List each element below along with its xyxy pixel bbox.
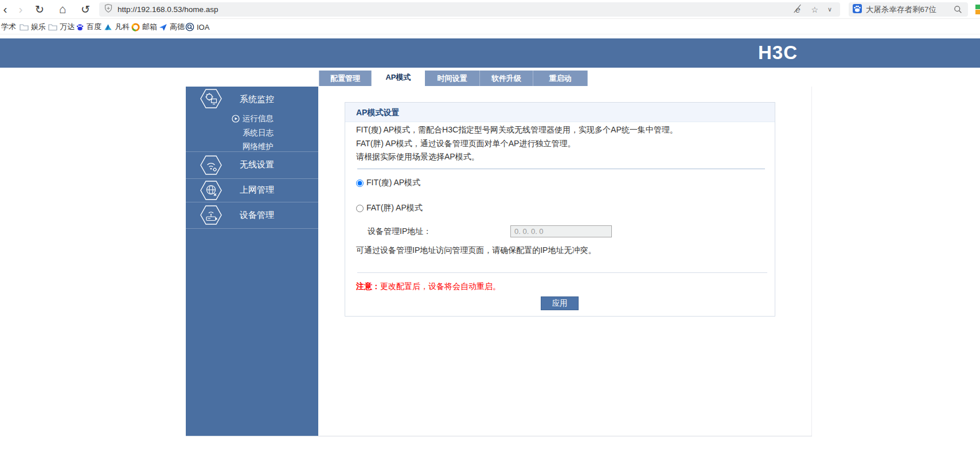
home-icon: ⌂ [59, 2, 67, 16]
sidebar-subitem-label: 运行信息 [243, 114, 274, 124]
mail-icon [131, 23, 140, 32]
bookmark-label: 娱乐 [31, 22, 46, 32]
bookmarks-bar: 学术 娱乐 万达 百度 凡科 邮箱 高德 IOA [0, 19, 980, 34]
sidebar-item-label: 无线设置 [240, 159, 274, 170]
bookmark-star-icon[interactable]: ☆ [811, 5, 818, 14]
fat-mode-option[interactable]: FAT(胖) AP模式 [356, 202, 423, 214]
site-info-shield-icon[interactable] [104, 3, 113, 15]
fit-mode-radio[interactable] [356, 179, 364, 187]
fat-mode-label: FAT(胖) AP模式 [366, 203, 423, 213]
baidu-paw-icon [76, 23, 84, 32]
sidebar-item-system-monitor[interactable]: 系统监控 [186, 87, 318, 112]
bookmark-xueshu[interactable]: 学术 [1, 19, 16, 34]
sidebar-item-label: 设备管理 [240, 210, 274, 221]
url-text[interactable]: http://192.168.0.53/home.asp [118, 5, 218, 14]
browser-toolbar: ‹ › ↻ ⌂ ↺ ☆ http://192.168.0.53/home.asp… [0, 0, 980, 19]
tab-software-upgrade[interactable]: 软件升级 [480, 71, 533, 86]
address-bar-actions: e ☆ ∨ [794, 2, 832, 17]
chevron-down-icon[interactable]: ∨ [827, 6, 832, 13]
undo-button[interactable]: ↺ [78, 0, 93, 18]
bookmark-folder-yule[interactable]: 娱乐 [19, 19, 46, 34]
refresh-button[interactable]: ↻ [32, 0, 47, 18]
system-monitor-icon [200, 87, 222, 112]
bookmark-gaode[interactable]: 高德 [159, 19, 185, 34]
panel-title: AP模式设置 [345, 103, 775, 122]
search-box[interactable]: 大屠杀幸存者剩67位 [849, 2, 968, 17]
description-line: FAT(胖) AP模式，通过设备管理页面对单个AP进行独立管理。 [356, 137, 678, 151]
sidebar-item-internet-management[interactable]: 上网管理 [186, 178, 318, 202]
address-bar[interactable]: http://192.168.0.53/home.asp e ☆ ∨ [99, 2, 840, 17]
tab-ap-mode[interactable]: AP模式 [372, 68, 425, 86]
back-button[interactable]: ‹ [0, 0, 13, 18]
content-bottom-border [186, 436, 812, 436]
sidebar: 系统监控 运行信息 系统日志 网络维护 [186, 87, 318, 436]
description-line: 请根据实际使用场景选择AP模式。 [356, 150, 678, 164]
browser-window: ‹ › ↻ ⌂ ↺ ☆ http://192.168.0.53/home.asp… [0, 0, 980, 449]
ip-note: 可通过设备管理IP地址访问管理页面，请确保配置的IP地址无冲突。 [356, 244, 596, 256]
bookmark-label: 凡科 [115, 22, 130, 32]
fit-mode-option[interactable]: FIT(瘦) AP模式 [356, 177, 420, 189]
content-right-border [811, 87, 812, 436]
bookmark-baidu[interactable]: 百度 [76, 19, 101, 34]
apply-button[interactable]: 应用 [541, 296, 579, 310]
tab-bar: 配置管理 AP模式 时间设置 软件升级 重启动 [319, 68, 588, 86]
bookmark-fanke[interactable]: 凡科 [104, 19, 130, 34]
sidebar-item-label: 系统监控 [240, 94, 274, 105]
folder-icon [19, 23, 29, 31]
description-line: FIT(瘦) AP模式，需配合H3C指定型号网关或无线管理器使用，实现多个AP统… [356, 123, 678, 137]
tab-time-settings[interactable]: 时间设置 [425, 71, 480, 86]
sidebar-subitem-system-log[interactable]: 系统日志 [186, 127, 318, 139]
warning-prefix: 注意： [356, 282, 380, 291]
sidebar-subitem-running-info[interactable]: 运行信息 [186, 112, 318, 125]
bookmark-mail[interactable]: 邮箱 [131, 19, 157, 34]
device-ip-input[interactable] [510, 225, 612, 237]
extension-icon[interactable] [975, 5, 980, 14]
sidebar-subitem-label: 网络维护 [243, 142, 274, 152]
divider [357, 169, 765, 169]
forward-button[interactable]: › [13, 0, 28, 18]
page-header: H3C [0, 38, 980, 68]
bookmark-folder-wanda[interactable]: 万达 [48, 19, 75, 34]
refresh-icon: ↻ [35, 3, 44, 16]
bookmark-label: 学术 [1, 22, 16, 32]
sidebar-item-label: 上网管理 [240, 185, 274, 196]
panel-descriptions: FIT(瘦) AP模式，需配合H3C指定型号网关或无线管理器使用，实现多个AP统… [356, 123, 678, 164]
search-icon[interactable] [954, 5, 962, 16]
warning-text: 注意：更改配置后，设备将会自动重启。 [356, 280, 501, 292]
internet-management-icon [200, 179, 222, 204]
tab-reboot[interactable]: 重启动 [533, 71, 588, 86]
tab-config-management[interactable]: 配置管理 [319, 71, 372, 86]
baidu-icon [853, 4, 862, 15]
bookmark-label: 邮箱 [142, 22, 157, 32]
sidebar-divider [186, 228, 318, 229]
fanke-icon [104, 23, 112, 32]
undo-icon: ↺ [81, 3, 90, 16]
search-query-text[interactable]: 大屠杀幸存者剩67位 [866, 5, 936, 15]
bookmark-label: 高德 [170, 22, 185, 32]
divider [357, 272, 767, 273]
bookmark-label: 万达 [60, 22, 75, 32]
bookmark-label: 百度 [87, 22, 101, 32]
forward-icon: › [19, 2, 23, 16]
gaode-icon [159, 23, 167, 32]
sidebar-item-wireless-settings[interactable]: 无线设置 [186, 151, 318, 178]
back-icon: ‹ [3, 2, 7, 16]
device-management-icon [200, 204, 222, 229]
compatibility-mode-icon[interactable]: e [794, 5, 802, 14]
bookmark-ioa[interactable]: IOA [185, 19, 209, 34]
ap-mode-panel: AP模式设置 FIT(瘦) AP模式，需配合H3C指定型号网关或无线管理器使用，… [345, 102, 775, 317]
wireless-settings-icon [200, 154, 222, 179]
fit-mode-label: FIT(瘦) AP模式 [366, 178, 420, 188]
device-ip-label: 设备管理IP地址： [368, 225, 431, 237]
h3c-logo: H3C [758, 42, 798, 64]
fat-mode-radio[interactable] [356, 205, 364, 212]
ioa-icon [185, 22, 194, 32]
sidebar-subitem-label: 系统日志 [243, 128, 274, 138]
folder-icon [48, 23, 57, 31]
sidebar-item-device-management[interactable]: 设备管理 [186, 202, 318, 228]
warning-body: 更改配置后，设备将会自动重启。 [380, 282, 501, 291]
running-info-active-icon [232, 115, 240, 124]
home-button[interactable]: ⌂ [55, 0, 70, 18]
bookmark-label: IOA [197, 23, 209, 32]
